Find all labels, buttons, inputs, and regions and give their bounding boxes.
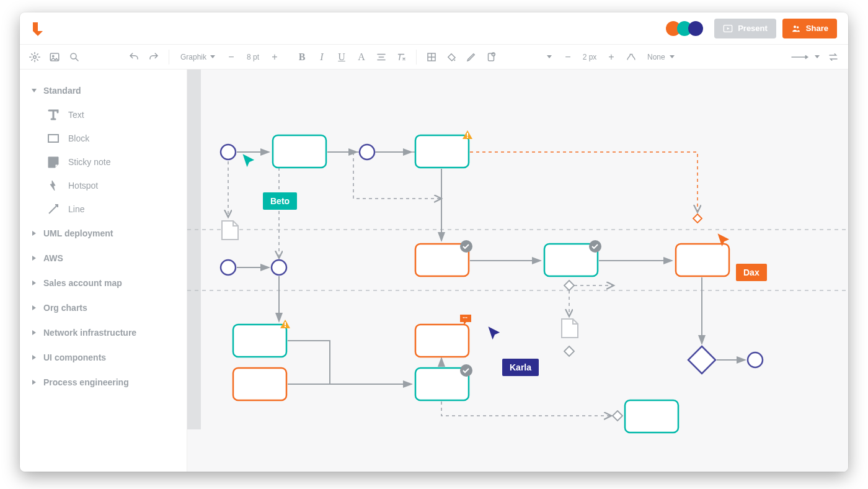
arrow-style-select[interactable]: [785, 48, 822, 66]
svg-rect-26: [415, 325, 469, 357]
text-color-icon[interactable]: A: [353, 48, 370, 66]
share-button[interactable]: Share: [782, 19, 837, 38]
svg-rect-16: [467, 137, 468, 138]
play-icon: [723, 24, 733, 34]
chevron-down-icon: [670, 55, 675, 58]
shapes-sidebar: Standard Text Block Sticky note Hotspot: [20, 70, 187, 472]
shape-text[interactable]: Text: [38, 103, 187, 127]
category-standard[interactable]: Standard: [20, 78, 187, 103]
share-label: Share: [806, 24, 828, 33]
increment-font-button[interactable]: +: [266, 48, 283, 66]
category-org[interactable]: Org charts: [20, 295, 187, 320]
line-color-select[interactable]: [542, 48, 557, 66]
svg-point-5: [52, 55, 54, 57]
diagram-canvas[interactable]: ”” Beto Karla Dax: [187, 70, 848, 472]
category-label: Sales account map: [43, 278, 122, 288]
chevron-right-icon: [32, 280, 36, 285]
chevron-right-icon: [32, 231, 36, 236]
svg-point-33: [221, 260, 236, 275]
svg-point-3: [33, 55, 37, 58]
line-icon: [47, 203, 60, 215]
shape-block[interactable]: Block: [38, 127, 187, 150]
shape-label: Line: [68, 204, 84, 214]
svg-point-35: [748, 352, 763, 367]
sticky-note-icon: [47, 156, 60, 168]
underline-icon[interactable]: U: [333, 48, 350, 66]
svg-rect-25: [233, 368, 286, 400]
font-family-select[interactable]: Graphik: [175, 48, 220, 66]
svg-point-32: [360, 145, 374, 159]
category-ui[interactable]: UI components: [20, 345, 187, 370]
swap-ends-icon[interactable]: [825, 48, 842, 66]
chevron-right-icon: [32, 256, 36, 261]
app-logo[interactable]: [31, 21, 45, 36]
paste-style-icon[interactable]: [482, 48, 500, 66]
collaborator-tag: Beto: [263, 192, 297, 210]
chevron-down-icon: [32, 89, 37, 92]
category-uml[interactable]: UML deployment: [20, 221, 187, 246]
bold-icon[interactable]: B: [293, 48, 311, 66]
category-aws[interactable]: AWS: [20, 246, 187, 271]
collaborator-cursor: [486, 325, 503, 343]
decrement-font-button[interactable]: −: [223, 48, 240, 66]
bucket-icon[interactable]: [443, 48, 460, 66]
chevron-right-icon: [32, 305, 36, 310]
svg-point-6: [71, 53, 76, 59]
increment-stroke-button[interactable]: +: [603, 48, 620, 66]
hotspot-icon: [47, 179, 60, 192]
block-icon: [47, 132, 60, 145]
category-network[interactable]: Network infrastructure: [20, 320, 187, 345]
shape-label: Hotspot: [68, 181, 98, 191]
svg-rect-23: [285, 322, 286, 325]
font-size-value[interactable]: 8 pt: [242, 53, 264, 61]
svg-point-2: [797, 26, 799, 28]
presence-stack[interactable]: [666, 21, 703, 36]
category-sales[interactable]: Sales account map: [20, 271, 187, 295]
svg-rect-24: [285, 326, 286, 327]
svg-rect-22: [233, 325, 286, 357]
shape-label: Block: [68, 133, 89, 143]
align-icon[interactable]: [373, 48, 390, 66]
search-icon[interactable]: [66, 48, 83, 66]
collaborator-tag: Karla: [502, 359, 539, 376]
present-button[interactable]: Present: [714, 19, 776, 38]
chevron-right-icon: [32, 355, 36, 360]
line-style-value: None: [647, 53, 665, 61]
people-icon: [791, 24, 801, 34]
collaborator-cursor: [715, 232, 733, 249]
formatting-toolbar: Graphik − 8 pt + B I U A − 2 px + None: [20, 45, 848, 70]
shape-line[interactable]: Line: [38, 197, 187, 221]
svg-rect-13: [273, 135, 326, 168]
clear-format-icon[interactable]: [392, 48, 410, 66]
shape-sticky-note[interactable]: Sticky note: [38, 150, 187, 174]
italic-icon[interactable]: I: [313, 48, 330, 66]
fill-icon[interactable]: [423, 48, 440, 66]
category-label: UML deployment: [43, 228, 113, 238]
undo-icon[interactable]: [125, 48, 143, 66]
category-label: AWS: [43, 253, 63, 263]
svg-point-31: [221, 145, 236, 159]
redo-icon[interactable]: [145, 48, 162, 66]
pencil-icon[interactable]: [463, 48, 480, 66]
text-icon: [47, 109, 60, 121]
category-process[interactable]: Process engineering: [20, 370, 187, 395]
svg-rect-30: [625, 400, 678, 433]
chevron-right-icon: [32, 330, 36, 335]
image-icon[interactable]: [46, 48, 63, 66]
collaborator-cursor: [241, 153, 258, 170]
app-header: Present Share: [20, 12, 848, 45]
connector-icon[interactable]: [622, 48, 640, 66]
shape-hotspot[interactable]: Hotspot: [38, 174, 187, 197]
chevron-right-icon: [32, 380, 36, 385]
shape-label: Sticky note: [68, 157, 110, 167]
line-style-select[interactable]: None: [642, 48, 680, 66]
stroke-width-value[interactable]: 2 px: [579, 53, 600, 61]
font-family-value: Graphik: [180, 53, 206, 61]
shape-label: Text: [68, 110, 84, 120]
settings-icon[interactable]: [26, 48, 43, 66]
svg-rect-10: [48, 135, 58, 142]
presence-avatar[interactable]: [688, 21, 703, 36]
category-label: Org charts: [43, 303, 87, 313]
svg-rect-15: [467, 133, 468, 136]
decrement-stroke-button[interactable]: −: [559, 48, 577, 66]
